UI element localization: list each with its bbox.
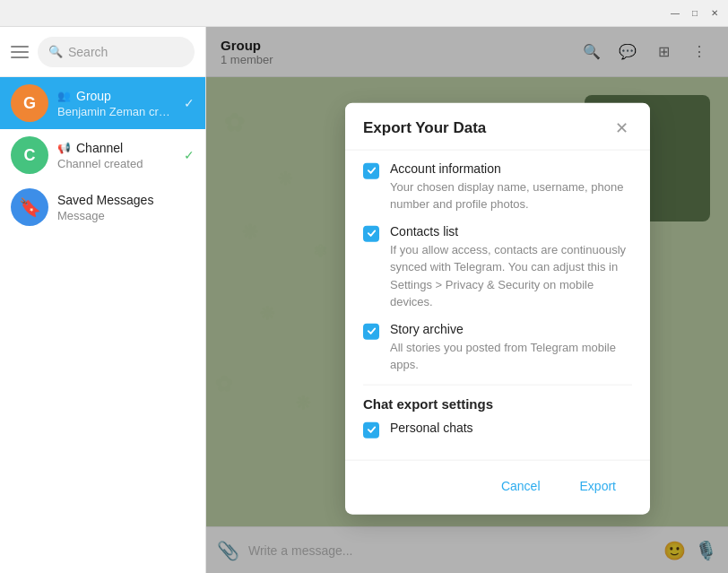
check-item-story: Story archive All stories you posted fro… bbox=[363, 321, 632, 373]
modal-title: Export Your Data bbox=[363, 118, 486, 136]
check-icon-group: ✓ bbox=[184, 96, 195, 110]
chat-preview-group: Benjamin Zeman created bbox=[57, 105, 175, 118]
menu-icon[interactable] bbox=[11, 43, 29, 61]
chat-list: G 👥 Group Benjamin Zeman created ✓ C 📢 C… bbox=[0, 77, 205, 233]
check-desc-story: All stories you posted from Telegram mob… bbox=[390, 338, 632, 373]
modal-header: Export Your Data ✕ bbox=[345, 102, 650, 150]
chat-item-saved[interactable]: 🔖 Saved Messages Message bbox=[0, 181, 205, 233]
checkbox-story[interactable] bbox=[363, 323, 379, 339]
check-label-personal-chats: Personal chats bbox=[390, 420, 632, 434]
check-content-personal-chats: Personal chats bbox=[390, 420, 632, 437]
channel-icon: 📢 bbox=[57, 142, 71, 154]
modal-divider bbox=[363, 384, 632, 385]
chat-name-channel: Channel bbox=[76, 141, 123, 155]
search-box[interactable]: 🔍 bbox=[38, 37, 195, 67]
modal-body: Account information Your chosen display … bbox=[345, 150, 650, 459]
chat-export-section-header: Chat export settings bbox=[363, 395, 632, 411]
modal-overlay[interactable]: Export Your Data ✕ Account information Y… bbox=[206, 27, 728, 573]
chat-name-saved: Saved Messages bbox=[57, 193, 153, 207]
cancel-button[interactable]: Cancel bbox=[485, 471, 557, 499]
chat-name-group: Group bbox=[76, 89, 111, 103]
check-label-contacts: Contacts list bbox=[390, 223, 632, 238]
avatar-group: G bbox=[11, 84, 48, 122]
modal-footer: Cancel Export bbox=[345, 459, 650, 514]
sidebar-header: 🔍 bbox=[0, 27, 205, 77]
modal-close-button[interactable]: ✕ bbox=[611, 117, 632, 138]
check-label-story: Story archive bbox=[390, 321, 632, 335]
checkbox-account[interactable] bbox=[363, 162, 379, 178]
check-desc-account: Your chosen display name, username, phon… bbox=[390, 178, 632, 213]
check-desc-contacts: If you allow access, contacts are contin… bbox=[390, 240, 632, 310]
check-content-story: Story archive All stories you posted fro… bbox=[390, 321, 632, 373]
check-icon-channel: ✓ bbox=[184, 148, 195, 162]
check-content-contacts: Contacts list If you allow access, conta… bbox=[390, 223, 632, 310]
chat-item-group[interactable]: G 👥 Group Benjamin Zeman created ✓ bbox=[0, 77, 205, 129]
check-content-account: Account information Your chosen display … bbox=[390, 161, 632, 213]
chat-item-channel[interactable]: C 📢 Channel Channel created ✓ bbox=[0, 129, 205, 181]
avatar-saved: 🔖 bbox=[11, 188, 48, 226]
group-icon: 👥 bbox=[57, 90, 71, 102]
chat-info-saved: Saved Messages Message bbox=[57, 193, 195, 222]
check-item-contacts: Contacts list If you allow access, conta… bbox=[363, 223, 632, 310]
export-button[interactable]: Export bbox=[564, 471, 632, 499]
titlebar: — □ ✕ bbox=[0, 0, 728, 27]
maximize-button[interactable]: □ bbox=[689, 7, 701, 20]
export-data-modal: Export Your Data ✕ Account information Y… bbox=[345, 102, 650, 514]
search-icon: 🔍 bbox=[48, 45, 63, 58]
check-item-personal-chats: Personal chats bbox=[363, 420, 632, 438]
sidebar: 🔍 G 👥 Group Benjamin Zeman created ✓ bbox=[0, 27, 206, 573]
avatar-channel: C bbox=[11, 136, 48, 174]
minimize-button[interactable]: — bbox=[669, 7, 681, 20]
check-label-account: Account information bbox=[390, 161, 632, 175]
chat-info-group: 👥 Group Benjamin Zeman created bbox=[57, 89, 175, 118]
app-container: 🔍 G 👥 Group Benjamin Zeman created ✓ bbox=[0, 27, 728, 573]
close-button[interactable]: ✕ bbox=[708, 7, 721, 20]
search-input[interactable] bbox=[68, 45, 184, 59]
chat-preview-channel: Channel created bbox=[57, 157, 175, 170]
chat-info-channel: 📢 Channel Channel created bbox=[57, 141, 175, 170]
chat-preview-saved: Message bbox=[57, 209, 195, 222]
chat-area: Group 1 member 🔍 💬 ⊞ ⋮ ✿ ❋ ✾ ✿ ❀ bbox=[206, 27, 728, 573]
checkbox-contacts[interactable] bbox=[363, 225, 379, 241]
checkbox-personal-chats[interactable] bbox=[363, 421, 379, 438]
check-item-account: Account information Your chosen display … bbox=[363, 161, 632, 213]
